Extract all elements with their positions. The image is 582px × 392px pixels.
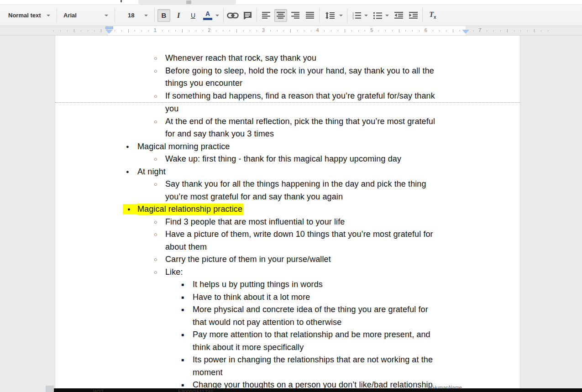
document-canvas: ○Whenever reach that rock, say thank you… bbox=[0, 36, 582, 392]
italic-button[interactable]: I bbox=[172, 9, 185, 22]
list-item-line[interactable]: think about it more specifically bbox=[55, 341, 520, 354]
numbered-list-button[interactable]: 1 2 3 bbox=[350, 9, 363, 22]
document-page[interactable]: ○Whenever reach that rock, say thank you… bbox=[55, 36, 520, 392]
list-item-line[interactable]: ○Like: bbox=[55, 266, 520, 279]
document-content[interactable]: ○Whenever reach that rock, say thank you… bbox=[55, 36, 520, 392]
first-line-indent-marker[interactable] bbox=[105, 26, 113, 29]
list-bullet-circle: ○ bbox=[154, 153, 157, 166]
list-item-line[interactable]: that would not pay attention to otherwis… bbox=[55, 316, 520, 329]
list-item-line[interactable]: ●Magical morning practice bbox=[55, 141, 520, 153]
list-item-line[interactable]: ○Before going to sleep, hold the rock in… bbox=[55, 65, 520, 78]
partial-glyph bbox=[121, 0, 122, 2]
ruler-inch-label: 1 bbox=[154, 27, 157, 33]
list-item-line[interactable]: ○Find 3 people that are most influential… bbox=[55, 216, 520, 229]
cutoff-text-fragment: F3000/151123# bbox=[178, 389, 213, 392]
bottom-edge-block bbox=[46, 386, 54, 392]
list-item-text: about them bbox=[165, 242, 207, 251]
font-size-value: 18 bbox=[128, 12, 134, 19]
list-item-line[interactable]: ■Its power in changing the relationships… bbox=[55, 354, 520, 366]
left-indent-marker[interactable] bbox=[105, 30, 113, 34]
list-item-line[interactable]: ●Magical relationship practice bbox=[55, 203, 520, 216]
clear-formatting-button[interactable]: Tx bbox=[425, 9, 440, 22]
list-item-line[interactable]: ●At night bbox=[55, 166, 520, 178]
list-item-text: Pay more attention to that relationship … bbox=[193, 330, 430, 339]
list-item-line[interactable]: ○Have a picture of them, write down 10 t… bbox=[55, 228, 520, 241]
font-size-dropdown[interactable]: 18 bbox=[117, 8, 152, 23]
list-item-text: Change your thoughts on a person you don… bbox=[193, 380, 433, 389]
insert-link-button[interactable] bbox=[226, 9, 239, 22]
underline-button[interactable]: U bbox=[187, 9, 199, 22]
list-item-line[interactable]: you’re most grateful for and say thank y… bbox=[55, 191, 520, 204]
toolbar-separator bbox=[347, 8, 347, 23]
list-item-text: If something bad happens, find a reason … bbox=[165, 91, 435, 100]
list-item-text: think about it more specifically bbox=[193, 343, 304, 352]
list-item-text: you bbox=[165, 104, 178, 113]
align-justify-icon bbox=[306, 12, 314, 19]
list-item-text: Its power in changing the relationships … bbox=[193, 355, 433, 364]
paragraph-style-value: Normal text bbox=[8, 12, 41, 19]
list-item-line[interactable]: for and say thank you 3 times bbox=[55, 128, 520, 141]
bulleted-list-dropdown[interactable] bbox=[384, 9, 390, 22]
toolbar-separator bbox=[223, 8, 224, 23]
chevron-down-icon bbox=[364, 15, 368, 16]
list-item-text: More physical and concrete idea of the t… bbox=[193, 305, 428, 314]
increase-indent-button[interactable] bbox=[407, 9, 419, 22]
bold-button[interactable]: B bbox=[157, 9, 170, 22]
list-item-line[interactable]: ○Whenever reach that rock, say thank you bbox=[55, 52, 520, 65]
list-item-line[interactable]: moment bbox=[55, 366, 520, 379]
list-bullet-circle: ○ bbox=[154, 178, 157, 191]
align-left-icon bbox=[262, 12, 270, 19]
list-item-line[interactable]: ○Say thank you for all the things happen… bbox=[55, 178, 520, 191]
list-item-line[interactable]: you bbox=[55, 103, 520, 115]
align-center-icon bbox=[277, 12, 285, 19]
toolbar-separator bbox=[115, 8, 115, 23]
cutoff-text-fragment: W22 bbox=[93, 389, 104, 392]
list-item-line[interactable]: about them bbox=[55, 241, 520, 254]
bulleted-list-icon bbox=[373, 12, 382, 19]
clear-formatting-icon: Tx bbox=[429, 10, 436, 20]
horizontal-ruler[interactable]: 1234567 bbox=[0, 26, 582, 36]
list-item-text: Wake up: first thing - thank for this ma… bbox=[165, 154, 401, 163]
list-item-text: for and say thank you 3 times bbox=[165, 129, 274, 138]
list-item-line[interactable]: things you encounter bbox=[55, 77, 520, 90]
underline-icon: U bbox=[191, 12, 195, 19]
list-item-line[interactable]: ■Pay more attention to that relationship… bbox=[55, 329, 520, 341]
align-center-button[interactable] bbox=[274, 9, 287, 22]
bulleted-list-button[interactable] bbox=[371, 9, 384, 22]
chevron-down-icon bbox=[385, 15, 389, 16]
text-color-button[interactable]: A bbox=[201, 9, 214, 22]
font-family-dropdown[interactable]: Arial bbox=[59, 8, 113, 23]
numbered-list-icon: 1 2 3 bbox=[352, 12, 361, 19]
line-spacing-button[interactable] bbox=[322, 9, 338, 22]
list-item-line[interactable]: ■More physical and concrete idea of the … bbox=[55, 303, 520, 316]
numbered-list-dropdown[interactable] bbox=[363, 9, 369, 22]
list-bullet-disc: ● bbox=[126, 141, 129, 153]
text-color-dropdown[interactable] bbox=[214, 9, 220, 22]
list-bullet-circle: ○ bbox=[154, 266, 157, 279]
ruler-inch-label: 6 bbox=[425, 27, 427, 33]
insert-comment-button[interactable] bbox=[241, 9, 254, 22]
decrease-indent-button[interactable] bbox=[392, 9, 405, 22]
paragraph-style-dropdown[interactable]: Normal text bbox=[4, 8, 55, 23]
align-right-icon bbox=[291, 12, 299, 19]
list-bullet-square: ■ bbox=[181, 329, 184, 341]
increase-indent-icon bbox=[409, 12, 418, 19]
list-bullet-square: ■ bbox=[181, 278, 184, 291]
list-item-line[interactable]: ○At the end of the mental reflection, pi… bbox=[55, 115, 520, 128]
list-item-line[interactable]: ■Have to think about it a lot more bbox=[55, 291, 520, 304]
ruler-inch-label: 5 bbox=[370, 27, 373, 33]
line-spacing-dropdown[interactable] bbox=[338, 9, 344, 22]
toolbar-separator bbox=[319, 8, 320, 23]
list-item-line[interactable]: ○Wake up: first thing - thank for this m… bbox=[55, 153, 520, 166]
list-bullet-disc: ● bbox=[126, 166, 129, 178]
align-right-button[interactable] bbox=[289, 9, 302, 22]
right-indent-marker[interactable] bbox=[462, 30, 469, 34]
list-item-text: moment bbox=[193, 368, 223, 377]
menu-bar-cutoff-strip bbox=[0, 0, 582, 5]
list-item-line[interactable]: ○If something bad happens, find a reason… bbox=[55, 90, 520, 103]
align-justify-button[interactable] bbox=[304, 9, 316, 22]
list-item-text: Before going to sleep, hold the rock in … bbox=[165, 66, 434, 75]
list-item-line[interactable]: ○Carry the picture of them in your purse… bbox=[55, 253, 520, 266]
list-item-line[interactable]: ■It helps u by putting things in words bbox=[55, 278, 520, 291]
align-left-button[interactable] bbox=[260, 9, 273, 22]
